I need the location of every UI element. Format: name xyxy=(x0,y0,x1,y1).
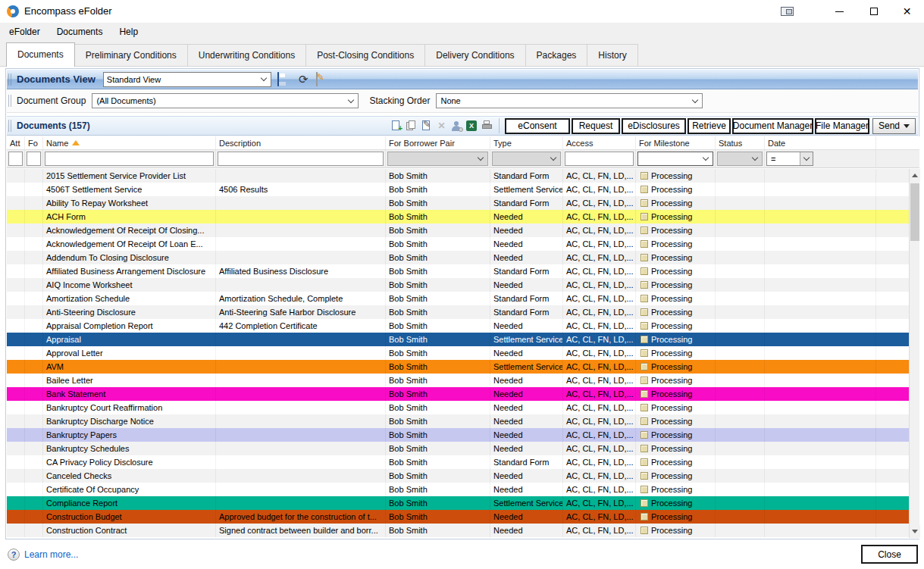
table-row[interactable]: Ability To Repay Worksheet Bob Smith Sta… xyxy=(7,196,909,210)
filter-type-select[interactable] xyxy=(492,152,561,166)
scroll-down-button[interactable] xyxy=(910,525,920,538)
assign-borrower-icon[interactable] xyxy=(450,120,463,132)
table-row[interactable]: Bailee Letter Bob Smith Needed AC, CL, F… xyxy=(7,374,909,387)
filter-access-input[interactable] xyxy=(565,152,634,166)
print-icon[interactable] xyxy=(481,120,493,132)
table-row[interactable]: AVM Bob Smith Settlement Service AC, CL,… xyxy=(7,360,909,374)
table-row[interactable]: 2015 Settlement Service Provider List Bo… xyxy=(7,169,909,183)
cell-milestone: Processing xyxy=(636,483,716,496)
cell-type: Standard Form xyxy=(490,292,563,305)
cell-borrower-pair: Bob Smith xyxy=(386,455,490,469)
menu-efolder[interactable]: eFolder xyxy=(1,23,49,41)
filter-fo-input[interactable] xyxy=(27,152,41,166)
delete-icon[interactable]: ✕ xyxy=(435,120,448,132)
tab-delivery-conditions[interactable]: Delivery Conditions xyxy=(424,44,525,66)
column-header-milestone[interactable]: For Milestone xyxy=(636,136,716,149)
table-row[interactable]: Bankruptcy Schedules Bob Smith Needed AC… xyxy=(7,442,909,455)
copy-document-icon[interactable] xyxy=(405,120,418,132)
tab-history[interactable]: History xyxy=(587,44,637,66)
minimize-button[interactable] xyxy=(822,0,857,23)
filter-milestone-select[interactable] xyxy=(637,152,713,166)
table-row[interactable]: Appraisal Bob Smith Settlement Service A… xyxy=(7,333,909,346)
econsent-button[interactable]: eConsent xyxy=(505,118,570,134)
column-header-type[interactable]: Type xyxy=(490,136,563,149)
edit-view-icon[interactable] xyxy=(316,73,330,86)
filter-att-input[interactable] xyxy=(8,152,23,166)
request-button[interactable]: Request xyxy=(572,118,620,134)
column-header-access[interactable]: Access xyxy=(563,136,636,149)
column-header-fo[interactable]: Fo xyxy=(25,136,43,149)
cell-fo xyxy=(25,414,43,428)
table-row[interactable]: Canceled Checks Bob Smith Needed AC, CL,… xyxy=(7,469,909,483)
edisclosures-button[interactable]: eDisclosures xyxy=(622,118,686,134)
export-excel-icon[interactable]: X xyxy=(465,120,478,132)
stacking-order-label: Stacking Order xyxy=(369,95,430,106)
close-button[interactable]: Close xyxy=(861,545,918,564)
document-manager-button[interactable]: Document Manager xyxy=(732,118,813,134)
tab-post-closing-conditions[interactable]: Post-Closing Conditions xyxy=(305,44,425,66)
stacking-order-select[interactable]: None xyxy=(436,93,703,108)
document-group-select[interactable]: (All Documents) xyxy=(92,93,359,108)
table-row[interactable]: Construction Contract Signed contract be… xyxy=(7,524,909,537)
table-row[interactable]: 4506T Settlement Service 4506 Results Bo… xyxy=(7,183,909,196)
table-row[interactable]: Bankruptcy Papers Bob Smith Needed AC, C… xyxy=(7,428,909,442)
reset-view-icon[interactable]: ⟳ xyxy=(297,73,310,86)
tab-underwriting-conditions[interactable]: Underwriting Conditions xyxy=(187,44,306,66)
send-button[interactable]: Send xyxy=(872,118,916,134)
table-row[interactable]: ACH Form Bob Smith Needed AC, CL, FN, LD… xyxy=(7,210,909,224)
table-row[interactable]: Bankruptcy Court Reaffirmation Bob Smith… xyxy=(7,401,909,414)
table-row[interactable]: Construction Budget Approved budget for … xyxy=(7,510,909,524)
table-row[interactable]: Approval Letter Bob Smith Needed AC, CL,… xyxy=(7,346,909,360)
menu-help[interactable]: Help xyxy=(111,23,146,41)
close-window-button[interactable]: ✕ xyxy=(890,0,924,23)
table-row[interactable]: Bank Statement Bob Smith Needed AC, CL, … xyxy=(7,387,909,401)
filter-borrower-pair-select[interactable] xyxy=(387,152,488,166)
column-header-borrower-pair[interactable]: For Borrower Pair xyxy=(386,136,490,149)
vertical-scrollbar[interactable] xyxy=(909,169,919,538)
menu-documents[interactable]: Documents xyxy=(49,23,111,41)
maximize-button[interactable] xyxy=(857,0,891,23)
filter-status-select[interactable] xyxy=(717,152,763,166)
dock-window-icon[interactable] xyxy=(781,7,794,16)
table-row[interactable]: Addendum To Closing Disclosure Bob Smith… xyxy=(7,251,909,264)
chevron-up-icon xyxy=(912,174,918,177)
cell-fo xyxy=(25,496,43,510)
file-manager-button[interactable]: File Manager xyxy=(815,118,869,134)
new-document-icon[interactable]: + xyxy=(390,120,402,132)
column-header-date[interactable]: Date xyxy=(765,136,876,149)
column-header-name[interactable]: Name xyxy=(43,136,216,149)
learn-more-link[interactable]: ? Learn more... xyxy=(8,549,78,561)
table-row[interactable]: Acknowledgement Of Receipt Of Closing...… xyxy=(7,224,909,237)
scroll-up-button[interactable] xyxy=(910,169,920,182)
table-row[interactable]: Amortization Schedule Amortization Sched… xyxy=(7,292,909,305)
filter-date-dropdown-button[interactable] xyxy=(800,152,813,165)
column-header-att[interactable]: Att xyxy=(7,136,25,149)
table-row[interactable]: CA Privacy Policy Disclosure Bob Smith S… xyxy=(7,455,909,469)
table-row[interactable]: Affiliated Business Arrangement Disclosu… xyxy=(7,264,909,278)
table-row[interactable]: Certificate Of Occupancy Bob Smith Neede… xyxy=(7,483,909,496)
save-view-icon[interactable] xyxy=(277,73,291,86)
table-row[interactable]: Appraisal Completion Report 442 Completi… xyxy=(7,319,909,333)
table-row[interactable]: Anti-Steering Disclosure Anti-Steering S… xyxy=(7,305,909,319)
cell-milestone: Processing xyxy=(636,292,716,305)
table-row[interactable]: Compliance Report Bob Smith Settlement S… xyxy=(7,496,909,510)
tab-documents[interactable]: Documents xyxy=(6,42,75,67)
cell-description xyxy=(216,387,386,401)
filter-description-input[interactable] xyxy=(218,152,384,166)
table-row[interactable]: Bankruptcy Discharge Notice Bob Smith Ne… xyxy=(7,414,909,428)
filter-date-operator-select[interactable]: = xyxy=(766,152,813,166)
column-header-status[interactable]: Status xyxy=(716,136,765,149)
column-header-description[interactable]: Description xyxy=(216,136,386,149)
tab-preliminary-conditions[interactable]: Preliminary Conditions xyxy=(74,44,188,66)
edit-document-icon[interactable]: ✎ xyxy=(420,120,433,132)
view-select[interactable]: Standard View xyxy=(103,72,271,87)
tab-packages[interactable]: Packages xyxy=(525,44,588,66)
table-row[interactable]: AIQ Income Worksheet Bob Smith Needed AC… xyxy=(7,278,909,292)
cell-access: AC, CL, FN, LD,... xyxy=(563,524,636,537)
cell-date xyxy=(765,346,876,360)
cell-milestone: Processing xyxy=(636,264,716,278)
filter-name-input[interactable] xyxy=(45,152,214,166)
table-row[interactable]: Acknowledgement Of Receipt Of Loan E... … xyxy=(7,237,909,251)
retrieve-button[interactable]: Retrieve xyxy=(688,118,731,134)
scrollbar-thumb[interactable] xyxy=(910,183,919,241)
